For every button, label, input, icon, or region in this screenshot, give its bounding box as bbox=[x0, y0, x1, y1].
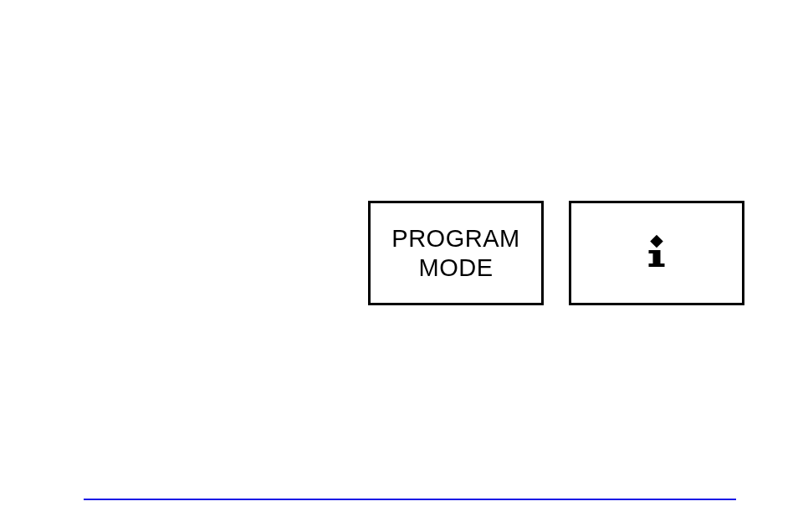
program-mode-label: PROGRAM MODE bbox=[391, 224, 519, 283]
program-mode-line1: PROGRAM bbox=[391, 225, 519, 252]
info-button[interactable] bbox=[569, 201, 744, 305]
button-row: PROGRAM MODE bbox=[368, 201, 744, 305]
info-icon bbox=[648, 237, 665, 270]
horizontal-divider bbox=[84, 499, 736, 500]
program-mode-line2: MODE bbox=[419, 254, 494, 281]
program-mode-button[interactable]: PROGRAM MODE bbox=[368, 201, 544, 305]
